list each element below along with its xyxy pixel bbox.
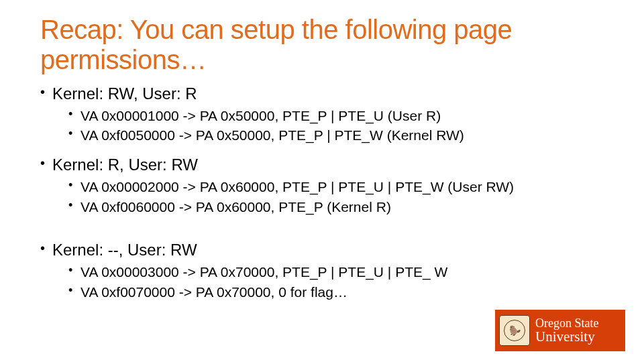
logo-seal-icon: 🦫 — [499, 315, 530, 346]
bullet-2-sub-2: VA 0xf0060000 -> PA 0x60000, PTE_P (Kern… — [68, 197, 604, 217]
bullet-3-text: Kernel: --, User: RW — [52, 241, 197, 259]
bullet-2-sub: VA 0x00002000 -> PA 0x60000, PTE_P | PTE… — [68, 177, 604, 217]
bullet-2: Kernel: R, User: RW VA 0x00002000 -> PA … — [40, 156, 604, 217]
bullet-1-sub-2: VA 0xf0050000 -> PA 0x50000, PTE_P | PTE… — [68, 125, 604, 145]
bullet-2-sub-1: VA 0x00002000 -> PA 0x60000, PTE_P | PTE… — [68, 177, 604, 196]
logo-text: Oregon State University — [535, 317, 598, 345]
bullet-3: Kernel: --, User: RW VA 0x00003000 -> PA… — [40, 241, 604, 302]
bullet-2-text: Kernel: R, User: RW — [52, 156, 198, 174]
logo-seal-glyph: 🦫 — [504, 320, 525, 341]
osu-logo: 🦫 Oregon State University — [495, 310, 625, 351]
bullet-list: Kernel: RW, User: R VA 0x00001000 -> PA … — [40, 84, 604, 302]
bullet-1-text: Kernel: RW, User: R — [52, 84, 197, 103]
slide-title: Recap: You can setup the following page … — [40, 15, 604, 75]
bullet-3-sub-1: VA 0x00003000 -> PA 0x70000, PTE_P | PTE… — [68, 262, 604, 282]
logo-text-line1: Oregon State — [535, 317, 598, 330]
spacer — [40, 227, 604, 241]
logo-text-line2: University — [535, 329, 598, 344]
bullet-1-sub: VA 0x00001000 -> PA 0x50000, PTE_P | PTE… — [68, 106, 604, 145]
bullet-3-sub: VA 0x00003000 -> PA 0x70000, PTE_P | PTE… — [68, 262, 604, 302]
bullet-3-sub-2: VA 0xf0070000 -> PA 0x70000, 0 for flag… — [68, 282, 604, 302]
slide: Recap: You can setup the following page … — [0, 0, 644, 362]
bullet-1-sub-1: VA 0x00001000 -> PA 0x50000, PTE_P | PTE… — [68, 106, 604, 125]
bullet-1: Kernel: RW, User: R VA 0x00001000 -> PA … — [40, 84, 604, 145]
